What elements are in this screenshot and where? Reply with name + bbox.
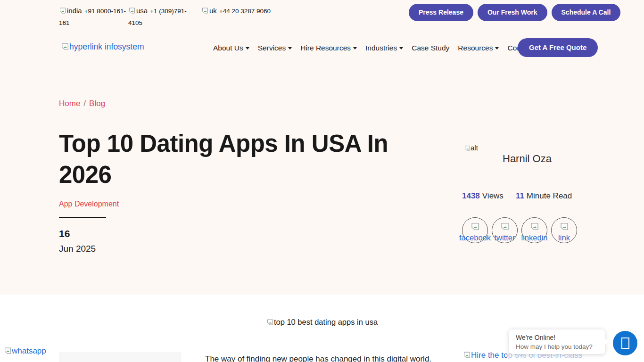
avatar-alt-text: alt bbox=[471, 144, 478, 152]
hero-broken-image-icon bbox=[266, 319, 274, 326]
chat-status-tooltip: We're Online! How may I help you today? bbox=[509, 329, 605, 354]
main-navigation: About Us Services Hire Resources Industr… bbox=[213, 44, 544, 52]
table-of-contents-box bbox=[59, 352, 182, 362]
linkedin-share-button[interactable]: linkedin bbox=[521, 217, 547, 243]
hire-banner-broken-image-icon bbox=[463, 351, 471, 359]
read-time-count: 11 bbox=[516, 191, 524, 200]
usa-flag-alt-text: usa bbox=[136, 7, 148, 15]
nav-item-resources[interactable]: Resources bbox=[458, 44, 499, 52]
facebook-share-button[interactable]: facebook bbox=[462, 217, 488, 243]
twitter-broken-image-icon bbox=[500, 222, 510, 231]
hero-image-placeholder: top 10 best dating apps in usa bbox=[0, 318, 644, 327]
publish-date-day: 16 bbox=[59, 228, 70, 239]
nav-label: Resources bbox=[458, 44, 493, 52]
hero-image-alt-text: top 10 best dating apps in usa bbox=[274, 318, 378, 326]
phone-number-uk: +44 20 3287 9060 bbox=[219, 8, 271, 15]
linkedin-broken-image-icon bbox=[530, 222, 539, 231]
logo-link[interactable]: hyperlink infosystem bbox=[61, 42, 144, 52]
article-stats: 1438Views 11Minute Read bbox=[462, 191, 572, 201]
nav-item-hire-resources[interactable]: Hire Resources bbox=[300, 44, 357, 52]
linkedin-alt-text: linkedin bbox=[521, 233, 548, 242]
nav-item-about-us[interactable]: About Us bbox=[213, 44, 249, 52]
category-link-app-development[interactable]: App Development bbox=[59, 200, 119, 208]
nav-item-industries[interactable]: Industries bbox=[365, 44, 403, 52]
uk-flag-alt-text: uk bbox=[209, 7, 217, 15]
phone-link-uk[interactable]: uk+44 20 3287 9060 bbox=[201, 5, 305, 17]
read-time-stat: 11Minute Read bbox=[516, 191, 572, 201]
whatsapp-button[interactable]: whatsapp bbox=[4, 346, 46, 356]
nav-label: Services bbox=[258, 44, 286, 52]
page-title: Top 10 Dating Apps In USA In 2026 bbox=[59, 128, 410, 190]
phone-link-india[interactable]: india+91 8000-161-161 bbox=[59, 5, 129, 29]
nav-item-case-study[interactable]: Case Study bbox=[412, 44, 449, 52]
breadcrumb: Home/Blog bbox=[59, 99, 105, 108]
india-flag-alt-text: india bbox=[67, 7, 82, 15]
uk-flag-broken-image-icon bbox=[201, 7, 209, 14]
title-divider bbox=[59, 217, 106, 218]
chevron-down-icon bbox=[353, 47, 357, 49]
nav-label: Case Study bbox=[412, 44, 449, 52]
phone-link-usa[interactable]: usa+1 (309)791-4105 bbox=[128, 5, 192, 29]
nav-label: Industries bbox=[365, 44, 397, 52]
social-share-row: facebook twitter linkedin link bbox=[462, 217, 577, 243]
facebook-broken-image-icon bbox=[471, 222, 480, 231]
chevron-down-icon bbox=[246, 47, 249, 49]
views-label: Views bbox=[482, 191, 504, 200]
logo-broken-image-icon bbox=[61, 42, 69, 50]
views-count: 1438 bbox=[462, 191, 480, 200]
facebook-alt-text: facebook bbox=[459, 233, 491, 242]
press-release-button[interactable]: Press Release bbox=[409, 4, 473, 21]
our-fresh-work-button[interactable]: Our Fresh Work bbox=[478, 4, 547, 21]
chevron-down-icon bbox=[288, 47, 292, 49]
topbar-buttons: Press Release Our Fresh Work Schedule A … bbox=[409, 4, 620, 21]
whatsapp-alt-text: whatsapp bbox=[12, 346, 46, 355]
avatar-broken-image-icon bbox=[464, 145, 471, 151]
chat-missing-glyph-icon bbox=[621, 337, 629, 349]
article-body-paragraph: The way of finding new people has change… bbox=[205, 353, 443, 362]
nav-label: About Us bbox=[213, 44, 243, 52]
chevron-down-icon bbox=[495, 47, 499, 49]
tooltip-arrow bbox=[605, 338, 609, 345]
read-time-label: Minute Read bbox=[527, 191, 572, 200]
copy-link-share-button[interactable]: link bbox=[551, 217, 577, 243]
logo-alt-text: hyperlink infosystem bbox=[69, 42, 144, 51]
get-a-free-quote-button[interactable]: Get A Free Quote bbox=[518, 38, 598, 57]
nav-label: Hire Resources bbox=[300, 44, 351, 52]
breadcrumb-blog-link[interactable]: Blog bbox=[89, 99, 105, 108]
author-avatar: alt bbox=[464, 144, 478, 152]
breadcrumb-separator: / bbox=[83, 99, 86, 108]
twitter-alt-text: twitter bbox=[494, 233, 515, 242]
publish-date-month-year: Jun 2025 bbox=[59, 244, 96, 254]
page: india+91 8000-161-161 usa+1 (309)791-410… bbox=[0, 0, 644, 362]
schedule-a-call-button[interactable]: Schedule A Call bbox=[552, 4, 621, 21]
nav-item-services[interactable]: Services bbox=[258, 44, 292, 52]
usa-flag-broken-image-icon bbox=[128, 7, 136, 14]
chat-greeting: How may I help you today? bbox=[516, 342, 598, 351]
whatsapp-broken-image-icon bbox=[4, 347, 12, 354]
chevron-down-icon bbox=[399, 47, 403, 49]
chat-launcher-button[interactable] bbox=[613, 331, 637, 355]
link-broken-image-icon bbox=[560, 222, 569, 231]
chat-online-status: We're Online! bbox=[516, 333, 598, 342]
twitter-share-button[interactable]: twitter bbox=[492, 217, 518, 243]
breadcrumb-home-link[interactable]: Home bbox=[59, 99, 80, 108]
author-name: Harnil Oza bbox=[503, 153, 552, 165]
views-stat: 1438Views bbox=[462, 191, 504, 201]
link-alt-text: link bbox=[558, 233, 570, 242]
india-flag-broken-image-icon bbox=[59, 7, 66, 14]
